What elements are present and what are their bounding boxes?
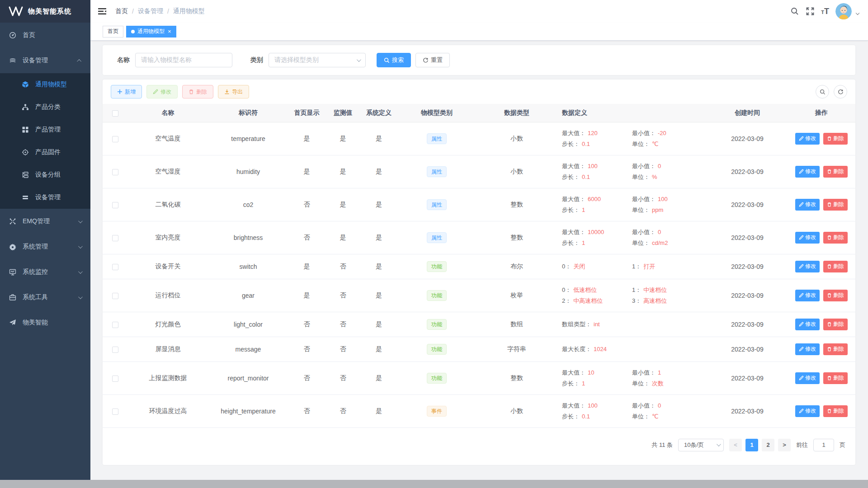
page-button-2[interactable]: 2 [762, 439, 774, 451]
avatar[interactable] [835, 3, 852, 19]
cell-monitor: 是 [325, 155, 361, 188]
sidebar-fold-icon[interactable] [97, 6, 107, 16]
row-checkbox[interactable] [112, 293, 118, 299]
app-container: 物美智能系统 首页 设备管理 通用物模型 产品分类 产品管理 [0, 0, 868, 480]
sidebar-item-system-management[interactable]: 系统管理 [0, 234, 90, 259]
edit-button[interactable]: 修改 [146, 85, 178, 99]
delete-button[interactable]: 删除 [182, 85, 213, 99]
sidebar-item-label: EMQ管理 [23, 217, 50, 225]
page-size-select[interactable]: 10条/页 [678, 439, 724, 451]
sidebar: 物美智能系统 首页 设备管理 通用物模型 产品分类 产品管理 [0, 0, 90, 480]
font-size-icon[interactable]: TT [821, 7, 829, 15]
trash-icon [827, 169, 832, 174]
search-button[interactable]: 搜索 [377, 53, 411, 67]
goto-page-input[interactable] [813, 439, 834, 451]
sidebar-item-thing-model[interactable]: 通用物模型 [0, 73, 90, 96]
sidebar-item-home[interactable]: 首页 [0, 23, 90, 48]
row-delete-button[interactable]: 删除 [823, 166, 848, 178]
sidebar-item-device-management-sub[interactable]: 设备管理 [0, 186, 90, 209]
briefcase-icon [9, 294, 16, 301]
row-edit-button[interactable]: 修改 [795, 372, 820, 384]
pencil-icon [799, 408, 804, 413]
row-checkbox[interactable] [112, 202, 118, 208]
sidebar-item-product-management[interactable]: 产品管理 [0, 118, 90, 141]
row-delete-button[interactable]: 删除 [823, 405, 848, 417]
row-delete-button[interactable]: 删除 [823, 290, 848, 301]
row-delete-button[interactable]: 删除 [823, 343, 848, 355]
sidebar-item-emq[interactable]: EMQ管理 [0, 209, 90, 234]
sidebar-item-device-management[interactable]: 设备管理 [0, 48, 90, 73]
row-delete-button[interactable]: 删除 [823, 261, 848, 272]
next-page-button[interactable]: > [778, 439, 791, 451]
page-bottom-strip [0, 480, 868, 488]
cell-home-display: 是 [288, 155, 325, 188]
sidebar-submenu-device: 通用物模型 产品分类 产品管理 产品固件 设备分组 设备管理 [0, 73, 90, 209]
sidebar-item-product-firmware[interactable]: 产品固件 [0, 141, 90, 164]
sidebar-item-wumei-smart[interactable]: 物美智能 [0, 310, 90, 335]
table-header-row: 名称 标识符 首页显示 监测值 系统定义 物模型类别 数据类型 数据定义 创建时… [103, 104, 855, 122]
export-button[interactable]: 导出 [218, 85, 249, 99]
sitemap-icon [22, 103, 29, 111]
sidebar-item-product-category[interactable]: 产品分类 [0, 96, 90, 118]
category-tag: 属性 [427, 133, 447, 144]
refresh-table-button[interactable] [834, 85, 847, 99]
prev-page-button[interactable]: < [729, 439, 742, 451]
search-icon[interactable] [790, 7, 799, 16]
row-checkbox[interactable] [112, 347, 118, 353]
show-search-toggle-button[interactable] [816, 85, 829, 99]
row-checkbox[interactable] [112, 375, 118, 382]
page-button-1[interactable]: 1 [745, 439, 758, 451]
cell-data-type: 整数 [476, 221, 557, 254]
name-input[interactable]: 请输入物模型名称 [135, 53, 232, 67]
cell-system-defined: 是 [361, 361, 397, 394]
row-delete-button[interactable]: 删除 [823, 133, 848, 145]
pencil-icon [799, 169, 804, 174]
row-checkbox[interactable] [112, 322, 118, 328]
row-edit-button[interactable]: 修改 [795, 343, 820, 355]
breadcrumb-home[interactable]: 首页 [115, 7, 128, 15]
trash-icon [827, 408, 832, 413]
table-row: 上报监测数据 report_monitor 否 否 是 功能 整数 最大值：10… [103, 361, 855, 394]
logo-bar[interactable]: 物美智能系统 [0, 0, 90, 23]
tab-close-icon[interactable]: × [168, 28, 171, 34]
chevron-down-icon [78, 269, 83, 274]
main-area: 首页 / 设备管理 / 通用物模型 TT 首页 通用物模型 × [90, 0, 868, 480]
row-edit-button[interactable]: 修改 [795, 199, 820, 211]
row-edit-button[interactable]: 修改 [795, 133, 820, 145]
row-edit-button[interactable]: 修改 [795, 405, 820, 417]
row-checkbox[interactable] [112, 264, 118, 270]
fullscreen-icon[interactable] [806, 7, 815, 16]
row-delete-button[interactable]: 删除 [823, 319, 848, 330]
sidebar-item-system-monitor[interactable]: 系统监控 [0, 259, 90, 285]
row-delete-button[interactable]: 删除 [823, 232, 848, 244]
row-edit-button[interactable]: 修改 [795, 232, 820, 244]
pencil-icon [799, 375, 804, 380]
row-edit-button[interactable]: 修改 [795, 319, 820, 330]
add-button[interactable]: 新增 [111, 85, 142, 99]
row-checkbox[interactable] [112, 169, 118, 175]
row-checkbox[interactable] [112, 408, 118, 415]
sidebar-item-label: 系统管理 [23, 243, 48, 251]
row-edit-button[interactable]: 修改 [795, 290, 820, 301]
row-delete-button[interactable]: 删除 [823, 199, 848, 211]
category-tag: 功能 [427, 319, 447, 330]
row-checkbox[interactable] [112, 235, 118, 241]
select-all-checkbox[interactable] [112, 110, 118, 117]
sidebar-item-system-tools[interactable]: 系统工具 [0, 285, 90, 310]
breadcrumb-device-management[interactable]: 设备管理 [138, 7, 163, 15]
sidebar-item-device-group[interactable]: 设备分组 [0, 164, 90, 186]
row-delete-button[interactable]: 删除 [823, 372, 848, 384]
row-checkbox[interactable] [112, 136, 118, 142]
avatar-caret-icon[interactable] [856, 11, 859, 15]
tab-home[interactable]: 首页 [103, 26, 123, 38]
reset-button[interactable]: 重置 [415, 53, 450, 67]
cell-system-defined: 是 [361, 254, 397, 279]
cell-system-defined: 是 [361, 122, 397, 155]
tab-thing-model[interactable]: 通用物模型 × [126, 26, 176, 38]
row-edit-button[interactable]: 修改 [795, 166, 820, 178]
row-edit-button[interactable]: 修改 [795, 261, 820, 272]
trash-icon [827, 235, 832, 240]
cell-monitor: 否 [325, 312, 361, 337]
category-select[interactable]: 请选择模型类别 [269, 53, 366, 67]
dashboard-icon [9, 32, 16, 39]
